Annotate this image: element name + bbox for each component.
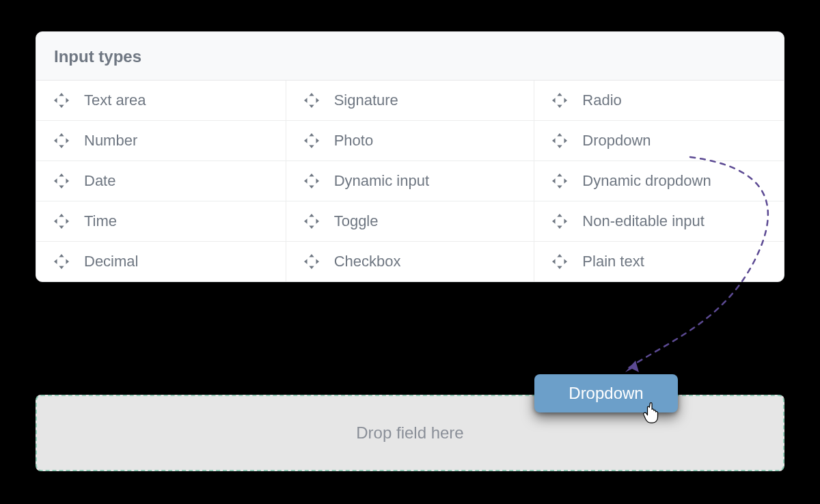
svg-marker-10 (552, 98, 556, 102)
input-type-label: Photo (334, 132, 518, 150)
svg-marker-13 (59, 145, 64, 148)
move-icon (54, 93, 69, 108)
dropzone-placeholder: Drop field here (356, 423, 463, 443)
input-type-signature[interactable]: Signature (286, 81, 535, 120)
move-icon (54, 214, 69, 229)
move-icon (54, 133, 69, 148)
input-type-checkbox[interactable]: Checkbox (286, 241, 535, 281)
move-icon (552, 133, 567, 148)
svg-marker-53 (309, 266, 314, 269)
svg-marker-7 (316, 98, 319, 102)
svg-marker-32 (558, 173, 562, 177)
svg-marker-11 (564, 98, 568, 102)
input-type-dynamic-input[interactable]: Dynamic input (286, 160, 535, 201)
svg-marker-29 (309, 185, 314, 188)
svg-marker-2 (54, 98, 57, 102)
input-type-dropdown[interactable]: Dropdown (534, 120, 784, 160)
input-type-label: Radio (582, 92, 767, 109)
svg-marker-17 (309, 145, 314, 148)
move-icon (304, 173, 319, 188)
svg-marker-49 (59, 266, 64, 269)
svg-marker-44 (558, 214, 562, 217)
svg-marker-45 (558, 225, 562, 229)
svg-marker-39 (66, 219, 69, 223)
svg-marker-27 (66, 178, 69, 183)
svg-marker-60 (625, 361, 639, 372)
input-type-time[interactable]: Time (36, 201, 286, 241)
move-icon (552, 93, 567, 108)
svg-marker-14 (54, 138, 57, 143)
input-types-grid: Text area Signature Radio Number Photo D… (36, 81, 784, 281)
svg-marker-16 (309, 133, 314, 137)
input-type-radio[interactable]: Radio (534, 81, 784, 120)
svg-marker-24 (59, 173, 64, 177)
svg-marker-59 (564, 259, 568, 264)
svg-marker-47 (564, 219, 568, 223)
svg-marker-21 (558, 145, 562, 148)
move-icon (552, 254, 567, 269)
input-type-label: Non-editable input (582, 212, 767, 230)
svg-marker-58 (552, 259, 556, 264)
svg-marker-0 (59, 93, 64, 96)
input-type-decimal[interactable]: Decimal (36, 241, 286, 281)
svg-marker-52 (309, 254, 314, 257)
input-type-date[interactable]: Date (36, 160, 286, 201)
svg-marker-50 (54, 259, 57, 264)
input-type-toggle[interactable]: Toggle (286, 201, 535, 241)
svg-marker-1 (59, 104, 64, 108)
move-icon (304, 93, 319, 108)
input-type-photo[interactable]: Photo (286, 120, 535, 160)
svg-marker-19 (316, 138, 319, 143)
svg-marker-26 (54, 178, 57, 183)
input-type-label: Checkbox (334, 253, 518, 270)
svg-marker-34 (552, 178, 556, 183)
svg-marker-41 (309, 225, 314, 229)
input-type-non-editable-input[interactable]: Non-editable input (534, 201, 784, 241)
move-icon (304, 254, 319, 269)
svg-marker-18 (304, 138, 308, 143)
svg-marker-20 (558, 133, 562, 137)
input-type-label: Text area (84, 92, 269, 109)
svg-marker-4 (309, 93, 314, 96)
svg-marker-5 (309, 104, 314, 108)
svg-marker-48 (59, 254, 64, 257)
svg-marker-57 (558, 266, 562, 269)
svg-marker-31 (316, 178, 319, 183)
move-icon (304, 133, 319, 148)
input-type-label: Date (84, 172, 269, 190)
svg-marker-36 (59, 214, 64, 217)
input-type-label: Time (84, 212, 269, 230)
input-type-label: Signature (334, 92, 518, 109)
dragging-chip-label: Dropdown (569, 384, 643, 403)
svg-marker-15 (66, 138, 69, 143)
svg-marker-54 (304, 259, 308, 264)
panel-title: Input types (36, 32, 784, 81)
svg-marker-40 (309, 214, 314, 217)
input-type-label: Number (84, 132, 269, 150)
svg-marker-23 (564, 138, 568, 143)
input-types-panel: Input types Text area Signature Radio Nu… (36, 31, 784, 282)
svg-marker-35 (564, 178, 568, 183)
input-type-label: Dynamic dropdown (582, 172, 767, 190)
svg-marker-12 (59, 133, 64, 137)
input-type-label: Toggle (334, 212, 518, 230)
svg-marker-43 (316, 219, 319, 223)
input-type-text-area[interactable]: Text area (36, 81, 286, 120)
svg-marker-56 (558, 254, 562, 257)
svg-marker-46 (552, 219, 556, 223)
input-type-number[interactable]: Number (36, 120, 286, 160)
dragging-chip[interactable]: Dropdown (534, 374, 678, 412)
input-type-plain-text[interactable]: Plain text (534, 241, 784, 281)
svg-marker-42 (304, 219, 308, 223)
svg-marker-51 (66, 259, 69, 264)
move-icon (54, 173, 69, 188)
svg-marker-38 (54, 219, 57, 223)
move-icon (552, 173, 567, 188)
input-type-dynamic-dropdown[interactable]: Dynamic dropdown (534, 160, 784, 201)
svg-marker-28 (309, 173, 314, 177)
input-type-label: Dynamic input (334, 172, 518, 190)
input-type-label: Decimal (84, 253, 269, 270)
input-type-label: Dropdown (582, 132, 767, 150)
svg-marker-33 (558, 185, 562, 188)
svg-marker-3 (66, 98, 69, 102)
